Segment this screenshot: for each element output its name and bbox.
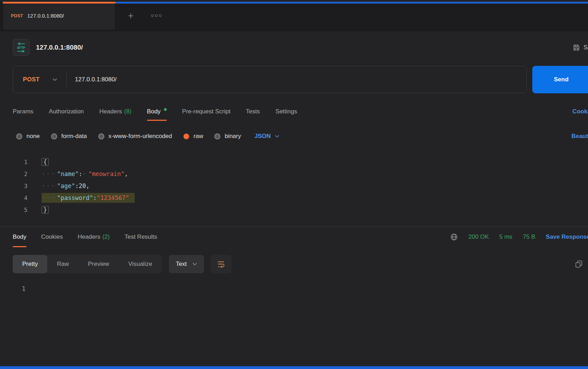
status-badge: 200 OK	[468, 233, 489, 240]
url-input[interactable]	[67, 76, 527, 83]
json-value: "1234567"	[97, 194, 129, 201]
svg-text:HTTP: HTTP	[17, 46, 25, 50]
cookies-link[interactable]: Cookies	[572, 102, 588, 121]
save-button[interactable]: Save	[573, 44, 588, 51]
line-number: 1	[0, 159, 27, 165]
open-brace: {	[42, 158, 49, 166]
wrap-lines-button[interactable]	[210, 255, 232, 273]
json-key: "password"	[57, 194, 93, 201]
highlighted-line: ···"password":"1234567"	[42, 193, 135, 203]
method-label: POST	[23, 76, 40, 83]
radio-icon	[51, 133, 57, 139]
send-button[interactable]: Send	[532, 66, 588, 93]
close-brace: }	[42, 206, 49, 214]
response-format-select[interactable]: Text	[169, 255, 204, 273]
json-number: 20	[79, 182, 86, 189]
request-tabs: Params Authorization Headers (8) Body Pr…	[0, 102, 588, 121]
chevron-down-icon	[275, 135, 279, 138]
tab-bar: POST 127.0.0.1:8080/	[0, 2, 588, 31]
response-tab-cookies[interactable]: Cookies	[41, 227, 63, 247]
save-response-link[interactable]: Save Response	[546, 233, 588, 240]
tab-authorization[interactable]: Authorization	[49, 102, 84, 121]
new-tab-button[interactable]	[124, 10, 137, 22]
response-tab-headers[interactable]: Headers (2)	[78, 227, 110, 247]
save-icon	[573, 44, 580, 51]
body-type-urlencoded[interactable]: x-www-form-urlencoded	[98, 133, 172, 140]
radio-icon	[214, 133, 220, 139]
code-line: 3 ···"age":20,	[0, 180, 588, 192]
whitespace-dots: ···	[42, 182, 56, 189]
json-key: "age"	[57, 182, 75, 189]
more-tabs-button[interactable]	[148, 12, 164, 20]
code-line: 5 }	[0, 204, 588, 216]
radio-icon	[98, 133, 104, 139]
tab-tests[interactable]: Tests	[246, 102, 260, 121]
response-toolbar-right	[575, 259, 588, 269]
http-arrows-icon: HTTP	[16, 42, 27, 53]
body-type-binary[interactable]: binary	[214, 133, 241, 140]
whitespace-dot: ·	[82, 170, 87, 177]
copy-response-button[interactable]	[575, 260, 583, 268]
response-time: 5 ms	[499, 233, 512, 240]
tab-body[interactable]: Body	[147, 102, 167, 121]
response-tab-body[interactable]: Body	[13, 227, 26, 247]
request-tab[interactable]: POST 127.0.0.1:8080/	[3, 2, 115, 30]
code-line: 2 ···"name":·"meowrain",	[0, 168, 588, 180]
body-type-none[interactable]: none	[16, 133, 40, 140]
response-body-viewer: 1	[0, 285, 588, 292]
line-number: 4	[0, 195, 27, 201]
radio-icon	[16, 133, 22, 139]
response-tab-test-results[interactable]: Test Results	[124, 227, 157, 247]
window-accent-strip	[115, 2, 588, 4]
code-line: 1 {	[0, 156, 588, 168]
whitespace-dots: ···	[42, 170, 56, 177]
request-body-editor[interactable]: 1 { 2 ···"name":·"meowrain", 3 ···"age":…	[0, 156, 588, 216]
response-size: 75 B	[523, 233, 535, 240]
window-bottom-strip	[0, 366, 588, 369]
body-type-form-data[interactable]: form-data	[51, 133, 87, 140]
line-number: 2	[0, 171, 27, 177]
response-toolbar: Pretty Raw Preview Visualize Text	[0, 255, 588, 273]
json-key: "name"	[57, 170, 79, 177]
plus-icon	[127, 12, 134, 19]
method-select[interactable]: POST	[13, 66, 66, 93]
ellipsis-icon	[151, 14, 154, 17]
tab-url-label: 127.0.0.1:8080/	[27, 13, 64, 19]
request-header: HTTP 127.0.0.1:8080/ Save	[0, 38, 588, 57]
page-title: 127.0.0.1:8080/	[36, 44, 83, 51]
request-url-bar: POST Send	[0, 66, 588, 93]
body-type-options: none form-data x-www-form-urlencoded raw…	[0, 129, 588, 144]
chevron-down-icon	[53, 78, 57, 81]
view-visualize[interactable]: Visualize	[119, 255, 162, 273]
network-globe-icon	[450, 233, 458, 241]
tab-settings[interactable]: Settings	[275, 102, 297, 121]
whitespace-dots: ···	[42, 194, 56, 201]
chevron-down-icon	[192, 263, 197, 265]
beautify-link[interactable]: Beautify	[571, 133, 588, 140]
line-number: 5	[0, 207, 27, 213]
language-select[interactable]: JSON	[255, 133, 279, 140]
view-pretty[interactable]: Pretty	[13, 255, 47, 273]
radio-selected-icon	[183, 133, 189, 139]
tab-pre-request-script[interactable]: Pre-request Script	[182, 102, 231, 121]
view-preview[interactable]: Preview	[78, 255, 118, 273]
response-tabs: Body Cookies Headers (2) Test Results 20…	[0, 227, 588, 247]
save-label: Save	[583, 44, 588, 51]
response-meta: 200 OK 5 ms 75 B Save Response	[450, 227, 588, 247]
body-modified-dot	[164, 108, 167, 111]
url-box: POST	[13, 66, 527, 93]
body-type-raw[interactable]: raw	[183, 133, 203, 140]
tab-method-label: POST	[11, 13, 23, 18]
copy-icon	[575, 260, 583, 268]
json-value: "meowrain"	[88, 170, 124, 177]
tab-params[interactable]: Params	[13, 102, 33, 121]
line-number: 3	[0, 183, 27, 189]
headers-count-badge: (8)	[124, 108, 131, 115]
tab-headers[interactable]: Headers (8)	[99, 102, 131, 121]
active-tab-accent-strip	[3, 2, 115, 4]
view-raw[interactable]: Raw	[47, 255, 78, 273]
response-view-switcher: Pretty Raw Preview Visualize	[13, 255, 162, 273]
response-line-number: 1	[22, 285, 25, 292]
http-request-icon: HTTP	[13, 39, 30, 56]
text-wrap-icon	[216, 259, 226, 269]
